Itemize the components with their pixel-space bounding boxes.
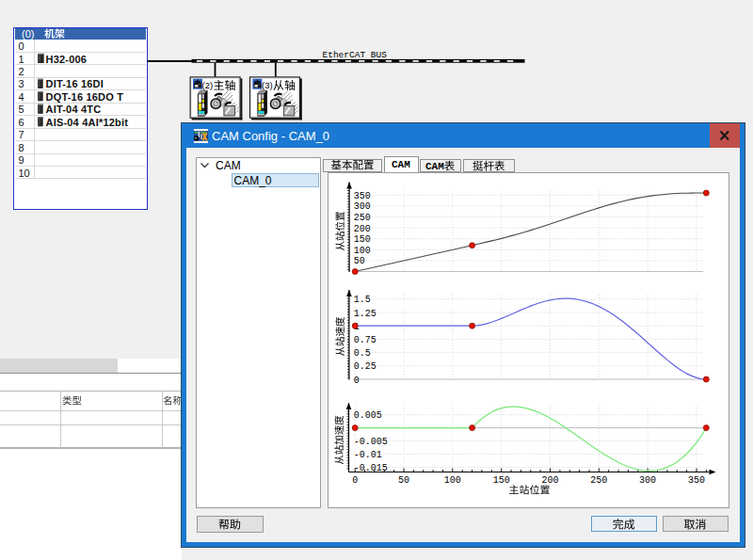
svg-text:200: 200: [353, 224, 370, 234]
svg-text:0.005: 0.005: [353, 410, 381, 421]
svg-text:100: 100: [443, 475, 460, 486]
svg-text:250: 250: [590, 475, 607, 486]
svg-text:-0.005: -0.005: [353, 437, 387, 447]
svg-text:0.75: 0.75: [353, 335, 376, 345]
svg-text:300: 300: [639, 475, 656, 486]
svg-text:0: 0: [352, 475, 358, 486]
svg-text:1.5: 1.5: [353, 295, 370, 305]
svg-text:300: 300: [353, 201, 370, 212]
svg-text:0.25: 0.25: [353, 361, 376, 372]
svg-text:350: 350: [687, 475, 704, 486]
svg-text:0.5: 0.5: [353, 348, 370, 359]
svg-text:0: 0: [353, 376, 359, 386]
svg-text:200: 200: [541, 475, 558, 486]
svg-text:150: 150: [353, 234, 370, 245]
svg-text:100: 100: [353, 246, 370, 256]
svg-text:50: 50: [353, 256, 364, 266]
svg-text:150: 150: [492, 475, 509, 486]
svg-text:1.25: 1.25: [353, 309, 376, 319]
svg-text:-0.01: -0.01: [353, 450, 381, 460]
svg-text:250: 250: [353, 213, 370, 223]
svg-text:50: 50: [397, 475, 409, 486]
svg-text:350: 350: [353, 191, 370, 201]
